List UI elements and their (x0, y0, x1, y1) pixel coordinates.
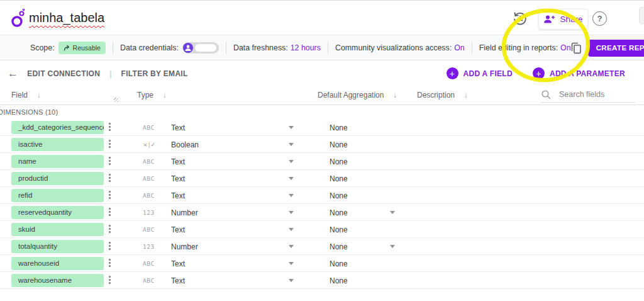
edit-connection-button[interactable]: EDIT CONNECTION (27, 69, 100, 78)
divider (472, 42, 472, 54)
more-options-icon[interactable] (109, 259, 111, 269)
column-aggregation-label: Default Aggregation (318, 91, 384, 99)
column-resize-grip[interactable] (114, 98, 118, 102)
type-dropdown-icon[interactable] (289, 245, 294, 248)
column-description[interactable]: Description ↓ (417, 91, 468, 99)
aggregation-value: None (330, 259, 348, 268)
more-options-icon[interactable] (109, 225, 111, 235)
plus-icon: + (447, 67, 458, 79)
help-icon[interactable]: ? (592, 11, 607, 26)
search-fields-box[interactable] (541, 87, 635, 103)
field-type-icon: ABC (143, 277, 167, 284)
data-credentials-toggle[interactable] (182, 42, 219, 54)
field-type-label: Boolean (171, 140, 199, 149)
fields-table-header: Field ↓ Type ↓ Default Aggregation ↓ Des… (0, 86, 644, 105)
aggregation-value: None (330, 242, 348, 251)
toggle-slot (195, 44, 216, 52)
field-name-chip[interactable]: reservedquantity (11, 206, 104, 219)
community-label: Community visualizations access: (335, 43, 452, 52)
field-row: name ABC Text None (0, 153, 644, 170)
field-type-icon: ABC (143, 124, 167, 131)
back-arrow-icon[interactable]: ← (8, 67, 18, 80)
field-type-label: Number (171, 208, 198, 217)
more-options-icon[interactable] (109, 208, 111, 218)
aggregation-value: None (330, 140, 348, 149)
column-field-label: Field (11, 91, 28, 99)
copy-icon[interactable] (571, 42, 582, 54)
dimensions-section-label: DIMENSIONS (10) (0, 108, 58, 116)
field-type-label: Number (171, 242, 198, 251)
more-options-icon[interactable] (109, 242, 111, 252)
field-name-chip[interactable]: _kdd_categories_sequence (11, 121, 104, 134)
aggregation-value: None (330, 208, 348, 217)
aggregation-dropdown-icon[interactable] (390, 245, 395, 248)
field-type-icon: ABC (143, 192, 167, 199)
freshness-value[interactable]: 12 hours (291, 43, 321, 52)
divider: | (109, 69, 111, 78)
person-icon (183, 43, 193, 53)
type-dropdown-icon[interactable] (289, 126, 294, 129)
field-type-label: Text (171, 191, 185, 200)
field-name-chip[interactable]: isactive (11, 138, 104, 151)
type-dropdown-icon[interactable] (289, 228, 294, 231)
field-name-chip[interactable]: refid (11, 189, 104, 202)
create-report-button[interactable]: CREATE REPORT (588, 40, 644, 57)
field-name-chip[interactable]: name (11, 155, 104, 168)
field-row: totalquantity 123 Number None (0, 238, 644, 255)
community-value[interactable]: On (454, 43, 465, 52)
field-name-chip[interactable]: productid (11, 172, 104, 185)
settings-toolbar: Scope: Reusable Data credentials: Data f… (0, 36, 644, 60)
scope-chip-label: Reusable (73, 44, 101, 52)
field-type-icon: ABC (143, 175, 167, 182)
field-name-chip[interactable]: skuid (11, 223, 104, 236)
type-dropdown-icon[interactable] (289, 262, 294, 265)
field-name-chip[interactable]: warehousename (11, 274, 104, 287)
add-a-parameter-label: ADD A PARAMETER (550, 69, 625, 78)
search-icon (541, 89, 552, 100)
field-type-label: Text (171, 157, 185, 166)
column-aggregation[interactable]: Default Aggregation ↓ (318, 91, 397, 99)
connection-toolbar: ← EDIT CONNECTION | FILTER BY EMAIL + AD… (0, 61, 644, 86)
type-dropdown-icon[interactable] (289, 194, 294, 197)
field-type-label: Text (171, 123, 185, 132)
type-dropdown-icon[interactable] (289, 177, 294, 180)
more-options-icon[interactable] (109, 157, 111, 167)
data-source-title[interactable]: minha_tabela (29, 11, 104, 25)
credentials-avatar (183, 43, 193, 53)
more-options-icon[interactable] (109, 174, 111, 184)
more-options-icon[interactable] (109, 276, 111, 286)
more-options-icon[interactable] (109, 191, 111, 201)
field-name-chip[interactable]: warehouseid (11, 257, 104, 270)
field-row: skuid ABC Text None (0, 221, 644, 238)
credentials-label: Data credentials: (120, 43, 179, 52)
field-type-icon: ×|✓ (143, 141, 167, 148)
data-source-logo-icon (10, 8, 26, 28)
column-type[interactable]: Type ↓ (137, 91, 167, 99)
filter-by-email-button[interactable]: FILTER BY EMAIL (121, 69, 188, 78)
share-button[interactable]: Share (538, 9, 588, 30)
add-a-field-button[interactable]: + ADD A FIELD (447, 67, 513, 79)
type-dropdown-icon[interactable] (289, 211, 294, 214)
more-options-icon[interactable] (109, 140, 111, 150)
add-a-parameter-button[interactable]: + ADD A PARAMETER (533, 67, 625, 79)
search-fields-input[interactable] (559, 90, 627, 99)
help-glyph: ? (597, 14, 602, 23)
type-dropdown-icon[interactable] (289, 279, 294, 282)
fields-table: _kdd_categories_sequence ABC Text None i… (0, 119, 644, 289)
divider (328, 42, 328, 54)
scope-chip[interactable]: Reusable (58, 42, 106, 54)
field-editing-value[interactable]: On (560, 43, 571, 52)
aggregation-value: None (330, 157, 348, 166)
field-type-label: Text (171, 225, 185, 234)
type-dropdown-icon[interactable] (289, 143, 294, 146)
divider (113, 42, 113, 54)
version-history-icon[interactable] (512, 11, 528, 27)
type-dropdown-icon[interactable] (289, 160, 294, 163)
more-options-icon[interactable] (109, 123, 111, 133)
sort-down-icon: ↓ (37, 91, 41, 99)
field-name-chip[interactable]: totalquantity (11, 240, 104, 253)
aggregation-dropdown-icon[interactable] (390, 211, 395, 214)
column-field[interactable]: Field ↓ (11, 91, 41, 99)
app-header: minha_tabela Share ? (0, 1, 644, 35)
data-source-editor: minha_tabela Share ? Scope: (0, 0, 644, 301)
